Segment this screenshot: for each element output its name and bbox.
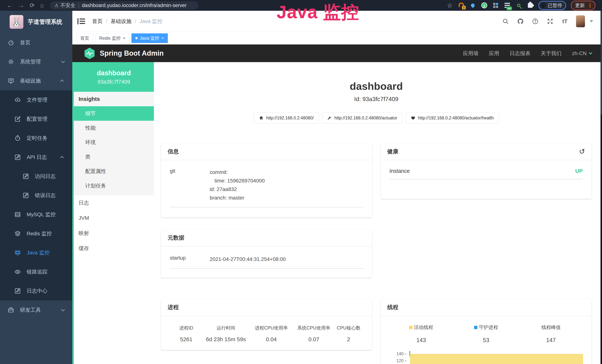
log-edit-icon [23,192,29,199]
sba-menu-scheduled-tasks[interactable]: 计划任务 [74,179,154,193]
forward-icon[interactable]: → [18,2,24,9]
sidebar-item-jobs[interactable]: 定时任务 [0,128,72,148]
extension-list-icon[interactable]: on [504,2,511,9]
search-icon[interactable] [502,18,509,25]
extension-puzzle-icon[interactable] [527,2,534,9]
sidebar-item-config[interactable]: 配置管理 [0,109,72,128]
url-divider: | [78,3,79,8]
page-subtitle: Id: 93a3fc7f7409 [161,96,592,103]
sidebar-item-tracing[interactable]: 链路追踪 [0,262,72,281]
sidebar-item-system[interactable]: 系统管理 [0,52,72,71]
eye-icon [14,269,21,275]
sba-menu-caches[interactable]: 缓存 [74,241,154,256]
sba-nav-wallboard[interactable]: 应用墙 [463,50,479,57]
extension-orange-icon[interactable]: 1 [458,2,465,9]
sidebar-item-java-monitor[interactable]: Java 监控 [0,243,72,262]
avatar[interactable] [576,15,585,27]
url-text: dashboard.yudao.iocoder.cn/infra/admin-s… [82,3,186,8]
sba-header: Spring Boot Admin 应用墙 应用 日志报表 关于我们 zh-CN [72,44,602,62]
card-title: 健康 [387,148,398,155]
address-bar[interactable]: ⚠ 不安全 | dashboard.yudao.iocoder.cn/infra… [50,1,198,10]
bookmark-star-icon[interactable]: ☆ [446,2,453,9]
sba-nav-applications[interactable]: 应用 [489,50,499,57]
close-icon[interactable]: × [123,36,125,40]
sidebar-item-mysql[interactable]: MySQL 监控 [0,205,72,224]
chevron-down-icon [61,59,65,63]
sba-menu-environment[interactable]: 环境 [74,135,154,150]
instance-id: 93a3fc7f7409 [97,79,130,85]
metadata-value: 2021-04-27T00:44:31.254+08:00 [210,255,363,264]
close-icon[interactable]: × [161,36,164,40]
sba-menu-jvm[interactable]: JVM [74,211,154,226]
sba-brand[interactable]: Spring Boot Admin [72,47,164,59]
pid-value: 5261 [170,336,203,343]
extension-badge: 1 [462,6,465,10]
home-icon [259,116,264,120]
font-size-icon[interactable]: tT [561,18,569,25]
sba-menu-metrics[interactable]: 性能 [74,121,154,135]
status-badge: UP [575,168,583,174]
extension-green-circle-icon[interactable]: y [481,2,488,9]
peak-threads-value: 147 [519,337,583,344]
sidebar-item-home[interactable]: 首页 [0,33,72,52]
sidebar-item-dev-tools[interactable]: 研发工具 [0,300,72,320]
home-icon[interactable]: ⌂ [40,2,44,9]
github-icon[interactable] [517,18,524,25]
chevron-up-icon [60,79,64,83]
sba-nav-about[interactable]: 关于我们 [541,50,562,57]
heartbeat-icon [411,116,416,120]
reload-icon[interactable]: ⟳ [30,2,35,9]
help-icon[interactable] [532,18,539,25]
sba-language-select[interactable]: zh-CN [572,50,591,56]
page-scrollbar[interactable] [601,11,602,364]
tag-home[interactable]: 首页 [76,33,93,43]
app-title: 芋道管理系统 [28,18,62,26]
sidebar-collapse-icon[interactable] [77,18,85,24]
back-icon[interactable]: ← [7,2,13,9]
sba-nav-journal[interactable]: 日志报表 [510,50,530,57]
profile-paused-badge[interactable]: 😲 已暂停 [538,1,566,10]
sidebar-item-error-log[interactable]: 错误日志 [0,186,72,205]
paused-emoji-icon: 😲 [540,2,546,9]
browser-update-button[interactable]: 更新 ⋮ [571,1,595,10]
sidebar-item-files[interactable]: 文件管理 [0,90,72,109]
sidebar-item-log-center[interactable]: 日志中心 [0,281,72,300]
sba-menu-classes[interactable]: 类 [74,150,154,164]
tag-redis-monitor[interactable]: Redis 监控 × [95,33,129,43]
tag-java-monitor[interactable]: Java 监控 × [131,33,168,43]
sba-menu-config-props[interactable]: 配置属性 [74,164,154,179]
avatar-caret-icon[interactable] [590,20,593,22]
app-logo-row[interactable]: 🐰 芋道管理系统 [0,11,72,33]
breadcrumb-infra[interactable]: 基础设施 [111,18,131,25]
history-icon[interactable]: ↺ [579,148,585,155]
sidebar-item-access-log[interactable]: 访问日志 [0,167,72,186]
actuator-url-button[interactable]: http://192.168.0.2:48080/actuator [322,112,402,124]
sba-menu-logs[interactable]: 日志 [74,195,154,211]
health-url-button[interactable]: http://192.168.0.2:48080/actuator/health [406,112,499,124]
tags-view-bar: 首页 Redis 监控 × Java 监控 × [72,32,602,44]
area-series-live-threads [410,354,583,364]
breadcrumb-home[interactable]: 首页 [92,18,103,25]
live-threads-value: 143 [389,337,454,344]
extension-grid-icon[interactable] [493,2,499,9]
sidebar-item-infra[interactable]: 基础设施 [0,71,72,90]
chevron-down-icon [589,51,592,54]
card-title: 信息 [168,148,179,155]
extension-pin-icon[interactable] [469,2,476,9]
metadata-card: 元数据 startup 2021-04-27T00:44:31.254+08:0… [161,229,372,278]
health-key: Instance [389,168,410,174]
extension-leaf-icon[interactable] [516,2,522,9]
service-url-button[interactable]: http://192.168.0.2:48080/ [254,112,319,124]
fullscreen-icon[interactable] [546,18,554,25]
database-icon [14,211,21,218]
sidebar-item-redis[interactable]: Redis 监控 [0,224,72,243]
wrench-icon [327,116,332,120]
sba-menu-details[interactable]: 细节 [74,106,154,121]
info-card: 信息 git commit: time: 1596289704000 id: 2… [161,143,372,217]
sidebar-item-api-log[interactable]: API 日志 [0,148,72,167]
log-edit-icon [14,154,21,161]
health-card: 健康 ↺ Instance UP [381,143,592,199]
sba-menu-mappings[interactable]: 映射 [74,226,154,241]
sba-instance-header[interactable]: dashboard 93a3fc7f7409 [74,62,154,92]
sba-section-insights: Insights [74,92,154,106]
